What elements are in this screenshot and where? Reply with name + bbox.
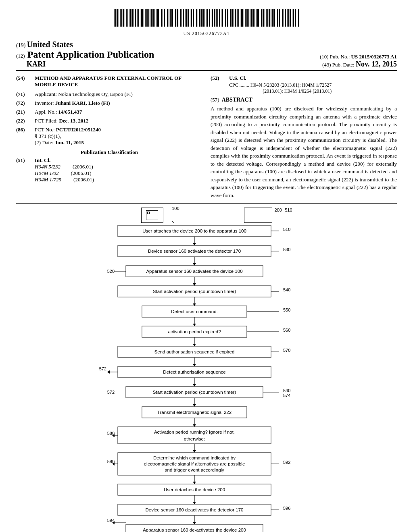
svg-rect-59 <box>206 9 206 27</box>
device-100-box <box>141 208 163 223</box>
svg-rect-28 <box>156 9 156 27</box>
svg-rect-109 <box>287 9 288 27</box>
svg-rect-114 <box>295 9 296 27</box>
svg-rect-36 <box>169 9 169 27</box>
header-left: (19) United States (12) Patent Applicati… <box>16 40 154 69</box>
header-right: (10) Pub. No.: US 2015/0326773 A1 (43) P… <box>320 54 397 69</box>
svg-rect-58 <box>204 9 205 27</box>
applicant-text: Nokia Technologies Oy, Espoo (FI) <box>58 91 133 97</box>
int-cl-num: (51) <box>16 157 32 164</box>
device-100-arrow: ↘ <box>171 219 175 224</box>
svg-rect-18 <box>140 9 140 27</box>
svg-text:Apparatus sensor 160 de-activa: Apparatus sensor 160 de-activates the de… <box>143 528 246 532</box>
svg-rect-5 <box>120 9 121 27</box>
svg-rect-35 <box>167 9 168 27</box>
svg-rect-113 <box>293 9 294 27</box>
svg-marker-152 <box>193 344 196 346</box>
abstract-section: (57) ABSTRACT A method and apparatus (10… <box>211 97 397 199</box>
svg-text:596: 596 <box>283 506 290 511</box>
svg-text:otherwise:: otherwise: <box>184 436 205 441</box>
svg-rect-24 <box>150 9 150 27</box>
svg-rect-85 <box>248 9 249 27</box>
devices-area: ↘ 100 200 510 <box>86 208 327 223</box>
svg-text:Device sensor 160 deactivates : Device sensor 160 deactivates the detect… <box>146 507 244 512</box>
pct-no-text: PCT/FI2012/051240 <box>56 127 101 133</box>
svg-text:550: 550 <box>283 308 290 312</box>
appl-text: 14/651,437 <box>58 109 82 115</box>
title-num: (54) <box>16 75 32 88</box>
svg-marker-206 <box>193 522 196 524</box>
svg-rect-26 <box>152 9 154 27</box>
svg-rect-52 <box>195 9 195 27</box>
svg-rect-88 <box>252 9 254 27</box>
barcode-svg <box>110 8 303 27</box>
diagram-area: ↘ 100 200 510 User attaches the device <box>16 208 397 532</box>
cpc-line2: (2013.01); H04M 1/0264 (2013.01) <box>229 88 332 94</box>
svg-text:540: 540 <box>283 388 290 393</box>
svg-text:572: 572 <box>107 390 115 395</box>
pub-date-value: Nov. 12, 2015 <box>356 60 397 68</box>
us-number: US 20150326773A1 <box>16 31 397 37</box>
svg-rect-2 <box>115 9 116 27</box>
svg-rect-15 <box>135 9 136 27</box>
int-cl-value: Int. Cl. H04N 5/232 (2006.01) H04M 1/02 … <box>35 157 94 183</box>
svg-rect-17 <box>138 9 139 27</box>
inventor-num: (72) <box>16 100 32 106</box>
us-cl-label: U.S. Cl. <box>229 75 246 81</box>
svg-rect-66 <box>217 9 218 27</box>
svg-text:570: 570 <box>283 348 290 353</box>
svg-text:530: 530 <box>283 247 290 252</box>
svg-text:Device sensor 160 activates th: Device sensor 160 activates the detector… <box>148 249 241 254</box>
svg-marker-173 <box>193 404 196 407</box>
header-block: (19) United States (12) Patent Applicati… <box>16 40 397 71</box>
int-cl-2: H04M 1/02 <box>35 170 59 177</box>
svg-rect-51 <box>193 9 194 27</box>
barcode-area <box>16 8 397 29</box>
pct-no-label: PCT No.: <box>35 127 55 133</box>
abstract-num: (57) <box>211 97 219 103</box>
svg-rect-53 <box>196 9 197 27</box>
abstract-header: (57) ABSTRACT <box>211 97 397 103</box>
country-num: (19) <box>16 42 25 48</box>
svg-rect-79 <box>238 9 239 27</box>
svg-rect-101 <box>273 9 275 27</box>
title-value: METHOD AND APPARATUS FOR EXTERNAL CONTRO… <box>35 75 202 88</box>
svg-rect-63 <box>212 9 213 27</box>
svg-rect-34 <box>166 9 166 27</box>
svg-rect-45 <box>183 9 184 27</box>
svg-rect-87 <box>251 9 252 27</box>
patent-type: Patent Application Publication <box>27 49 154 60</box>
svg-rect-56 <box>201 9 202 27</box>
pct-filed-num: (22) <box>16 118 32 124</box>
svg-text:Apparatus sensor 160 activates: Apparatus sensor 160 activates the devic… <box>146 269 242 274</box>
svg-rect-13 <box>132 9 133 27</box>
svg-rect-11 <box>129 9 129 27</box>
pct-no-row: (86) PCT No.: PCT/FI2012/051240 § 371 (c… <box>16 127 202 146</box>
svg-rect-83 <box>245 9 246 27</box>
svg-rect-20 <box>144 9 144 27</box>
appl-num: (21) <box>16 109 32 115</box>
svg-text:activation period expired?: activation period expired? <box>168 329 221 334</box>
int-cl-1-row: H04N 5/232 (2006.01) <box>35 164 94 170</box>
type-num: (12) <box>16 53 25 59</box>
left-column: (54) METHOD AND APPARATUS FOR EXTERNAL C… <box>16 75 202 199</box>
svg-text:Detect authorisation sequence: Detect authorisation sequence <box>163 370 225 374</box>
svg-rect-78 <box>237 9 238 27</box>
appl-no-row: (21) Appl. No.: 14/651,437 <box>16 109 202 115</box>
pct-date-row-inner: (2) Date: Jun. 11, 2015 <box>35 139 101 146</box>
svg-rect-1 <box>114 9 115 27</box>
inventor-row: (72) Inventor: Juhani KARI, Lieto (FI) <box>16 100 202 106</box>
device-100-group: ↘ 100 <box>141 208 163 223</box>
pct-filed-value: PCT Filed: Dec. 13, 2012 <box>35 118 88 124</box>
svg-rect-30 <box>160 9 160 27</box>
svg-rect-33 <box>164 9 165 27</box>
svg-rect-90 <box>256 9 257 27</box>
svg-rect-6 <box>121 9 122 27</box>
country-name: United States <box>27 40 73 49</box>
svg-rect-7 <box>123 9 124 27</box>
svg-rect-86 <box>250 9 250 27</box>
svg-rect-69 <box>222 9 223 27</box>
svg-rect-44 <box>181 9 182 27</box>
int-cl-2-row: H04M 1/02 (2006.01) <box>35 170 94 177</box>
svg-rect-95 <box>265 9 265 27</box>
